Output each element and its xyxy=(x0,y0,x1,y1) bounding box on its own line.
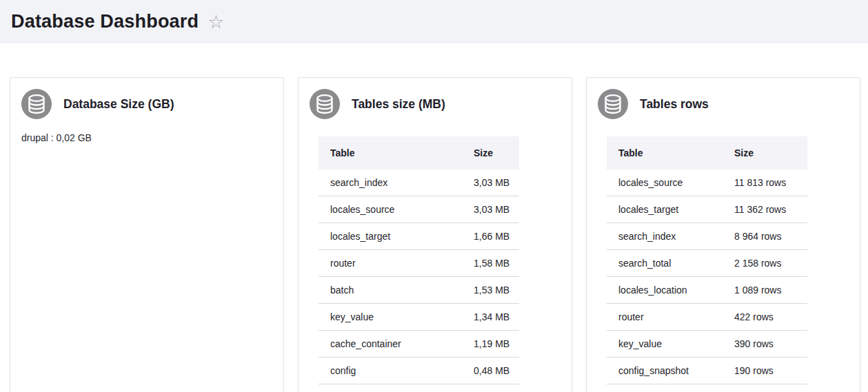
card-title: Tables size (MB) xyxy=(352,97,445,112)
cell-size-value: 1,19 MB xyxy=(462,331,519,358)
table-row: key_value390 rows xyxy=(607,331,807,358)
tables-rows-table: Table Size locales_source11 813 rowsloca… xyxy=(607,136,807,392)
cell-table-name: config xyxy=(607,384,723,392)
table-header-row: Table Size xyxy=(607,136,807,169)
cell-size-value: 11 813 rows xyxy=(723,169,807,196)
database-icon xyxy=(21,89,52,119)
cell-size-value: 1,53 MB xyxy=(462,277,519,304)
cell-table-name: locales_source xyxy=(319,196,462,223)
column-header-size: Size xyxy=(723,136,807,169)
card-header: Database Size (GB) xyxy=(21,89,272,119)
table-row: router422 rows xyxy=(607,304,807,331)
page-header: Database Dashboard ☆ xyxy=(0,0,868,43)
cell-table-name: search_index xyxy=(607,223,723,250)
table-row: config0,48 MB xyxy=(319,358,519,384)
database-icon xyxy=(598,89,628,119)
table-row: locales_target11 362 rows xyxy=(607,196,807,223)
table-row: locales_location1 089 rows xyxy=(607,277,807,304)
cell-table-name: locales_location xyxy=(607,277,723,304)
cell-table-name: config_snapshot xyxy=(607,358,723,384)
table-row: locales_source3,03 MB xyxy=(319,196,519,223)
page-title: Database Dashboard xyxy=(11,11,199,32)
cell-size-value: 1 089 rows xyxy=(723,277,807,304)
table-header-row: Table Size xyxy=(319,136,519,169)
card-database-size: Database Size (GB) drupal : 0,02 GB xyxy=(10,77,284,392)
tables-size-table: Table Size search_index3,03 MBlocales_so… xyxy=(319,136,519,392)
cell-table-name: config xyxy=(319,358,462,384)
table-row: locales_target1,66 MB xyxy=(319,223,519,250)
cell-table-name: search_index xyxy=(319,169,462,196)
cell-size-value: 190 rows xyxy=(723,384,807,392)
column-header-table: Table xyxy=(319,136,462,169)
cell-size-value: 390 rows xyxy=(723,331,807,358)
cell-size-value: 11 362 rows xyxy=(723,196,807,223)
table-row: key_value1,34 MB xyxy=(319,304,519,331)
cell-size-value: 422 rows xyxy=(723,304,807,331)
database-icon xyxy=(310,89,340,119)
cell-size-value: 2 158 rows xyxy=(723,250,807,277)
cell-size-value: 0,48 MB xyxy=(462,358,519,384)
card-header: Tables size (MB) xyxy=(310,89,561,119)
table-row: config_snapshot0,42 MB xyxy=(319,384,519,392)
column-header-size: Size xyxy=(462,136,519,169)
cell-table-name: key_value xyxy=(319,304,462,331)
table-row: cache_container1,19 MB xyxy=(319,331,519,358)
cell-table-name: locales_target xyxy=(319,223,462,250)
cell-size-value: 1,34 MB xyxy=(462,304,519,331)
table-row: router1,58 MB xyxy=(319,250,519,277)
cell-table-name: key_value xyxy=(607,331,723,358)
cell-table-name: batch xyxy=(319,277,462,304)
favorite-star-icon[interactable]: ☆ xyxy=(208,13,224,32)
cell-size-value: 1,66 MB xyxy=(462,223,519,250)
table-row: search_index3,03 MB xyxy=(319,169,519,196)
cell-size-value: 190 rows xyxy=(723,358,807,384)
card-title: Tables rows xyxy=(640,97,709,112)
cell-size-value: 8 964 rows xyxy=(723,223,807,250)
card-tables-rows: Tables rows Table Size locales_source11 … xyxy=(586,77,860,392)
table-row: search_index8 964 rows xyxy=(607,223,807,250)
cell-size-value: 3,03 MB xyxy=(462,196,519,223)
card-tables-size: Tables size (MB) Table Size search_index… xyxy=(298,77,572,392)
database-size-value: drupal : 0,02 GB xyxy=(21,132,272,143)
table-row: search_total2 158 rows xyxy=(607,250,807,277)
cell-size-value: 1,58 MB xyxy=(462,250,519,277)
card-title: Database Size (GB) xyxy=(63,97,174,112)
table-row: locales_source11 813 rows xyxy=(607,169,807,196)
table-row: batch1,53 MB xyxy=(319,277,519,304)
table-row: config_snapshot190 rows xyxy=(607,358,807,384)
cards-row: Database Size (GB) drupal : 0,02 GB Tabl… xyxy=(10,77,858,392)
column-header-table: Table xyxy=(607,136,723,169)
table-row: config190 rows xyxy=(607,384,807,392)
cell-table-name: router xyxy=(607,304,723,331)
cell-table-name: config_snapshot xyxy=(319,384,462,392)
cell-table-name: cache_container xyxy=(319,331,462,358)
cell-table-name: router xyxy=(319,250,462,277)
card-header: Tables rows xyxy=(598,89,849,119)
cell-table-name: locales_source xyxy=(607,169,723,196)
cell-size-value: 0,42 MB xyxy=(462,384,519,392)
cell-table-name: search_total xyxy=(607,250,723,277)
cell-size-value: 3,03 MB xyxy=(462,169,519,196)
cell-table-name: locales_target xyxy=(607,196,723,223)
